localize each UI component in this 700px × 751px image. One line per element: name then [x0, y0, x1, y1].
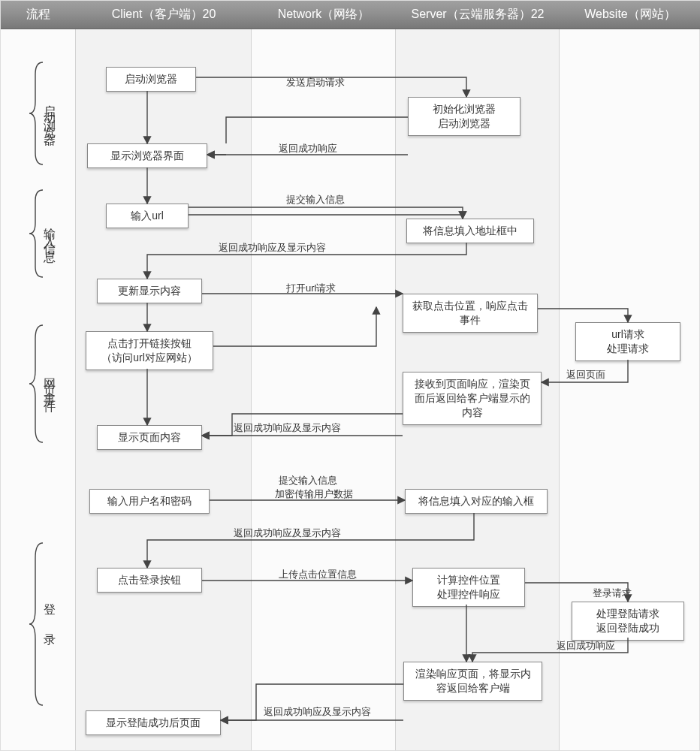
- edge-return-ok-login: 返回成功响应: [557, 639, 615, 653]
- text-line: 处理控件响应: [437, 588, 500, 600]
- col-head-client: Client（客户端）20: [76, 7, 252, 23]
- edge-submit-input-2a: 提交输入信息: [279, 474, 337, 487]
- edge-return-ok-content-2: 返回成功响应及显示内容: [234, 421, 341, 435]
- edge-return-ok-1: 返回成功响应: [279, 142, 337, 155]
- phase-input-info: 输入信息: [38, 195, 59, 273]
- col-head-server: Server（云端服务器）22: [396, 7, 560, 23]
- node-login-req-website: 处理登陆请求 返回登陆成功: [572, 602, 684, 641]
- phase-start-browser: 启动浏览器: [38, 68, 59, 158]
- col-head-process: 流程: [1, 7, 76, 23]
- edge-return-page: 返回页面: [566, 368, 605, 382]
- edge-submit-input-1: 提交输入信息: [286, 193, 345, 207]
- phase-login: 登录: [38, 556, 59, 692]
- node-update-display: 更新显示内容: [97, 279, 202, 303]
- node-get-click-pos: 获取点击位置，响应点击事件: [403, 294, 538, 333]
- swimlane-diagram: 流程 Client（客户端）20 Network（网络） Server（云端服务…: [0, 0, 700, 751]
- node-click-open-link: 点击打开链接按钮 （访问url对应网站）: [86, 331, 213, 370]
- edge-send-start-req: 发送启动请求: [286, 76, 345, 89]
- text-line: 计算控件位置: [437, 574, 500, 586]
- node-show-browser-ui: 显示浏览器界面: [87, 143, 207, 168]
- edge-return-ok-content-4: 返回成功响应及显示内容: [264, 705, 371, 719]
- node-start-browser-client: 启动浏览器: [106, 67, 196, 92]
- edge-encrypt-user-data: 加密传输用户数据: [275, 487, 353, 501]
- node-recv-page-render: 接收到页面响应，渲染页面后返回给客户端显示的内容: [403, 372, 542, 425]
- node-fill-addr-server: 将信息填入地址框中: [406, 219, 534, 243]
- node-init-browser-server: 初始化浏览器 启动浏览器: [408, 97, 520, 136]
- node-url-request-website: url请求 处理请求: [575, 322, 680, 361]
- edge-upload-click-pos: 上传点击位置信息: [279, 568, 357, 581]
- edge-return-ok-content-3: 返回成功响应及显示内容: [234, 526, 341, 540]
- lane-client: [76, 29, 252, 750]
- node-compute-ctrl-pos: 计算控件位置 处理控件响应: [412, 568, 525, 607]
- text-line: 返回登陆成功: [596, 622, 659, 634]
- edge-login-req-label: 登录请求: [593, 587, 632, 600]
- node-fill-input-box: 将信息填入对应的输入框: [405, 489, 548, 514]
- node-show-page-content: 显示页面内容: [97, 425, 202, 450]
- text-line: （访问url对应网站）: [101, 351, 198, 363]
- header-row: 流程 Client（客户端）20 Network（网络） Server（云端服务…: [1, 1, 700, 29]
- col-head-network: Network（网络）: [252, 7, 396, 23]
- node-click-login: 点击登录按钮: [97, 568, 202, 593]
- text-line: 初始化浏览器: [433, 103, 496, 115]
- node-input-credentials: 输入用户名和密码: [89, 489, 210, 514]
- phase-page-event: 网页事件: [38, 331, 59, 436]
- node-show-login-success: 显示登陆成功后页面: [86, 710, 221, 735]
- edge-open-url-req: 打开url请求: [286, 282, 336, 295]
- node-input-url: 输入url: [106, 204, 189, 228]
- node-render-resp-return: 渲染响应页面，将显示内容返回给客户端: [403, 662, 542, 701]
- text-line: url请求: [611, 328, 644, 340]
- edge-return-ok-content-1: 返回成功响应及显示内容: [219, 241, 326, 255]
- lane-network: [252, 29, 396, 750]
- text-line: 处理登陆请求: [596, 608, 659, 620]
- text-line: 启动浏览器: [438, 117, 490, 129]
- col-head-website: Website（网站）: [560, 7, 700, 23]
- text-line: 点击打开链接按钮: [107, 337, 192, 349]
- text-line: 处理请求: [607, 342, 649, 354]
